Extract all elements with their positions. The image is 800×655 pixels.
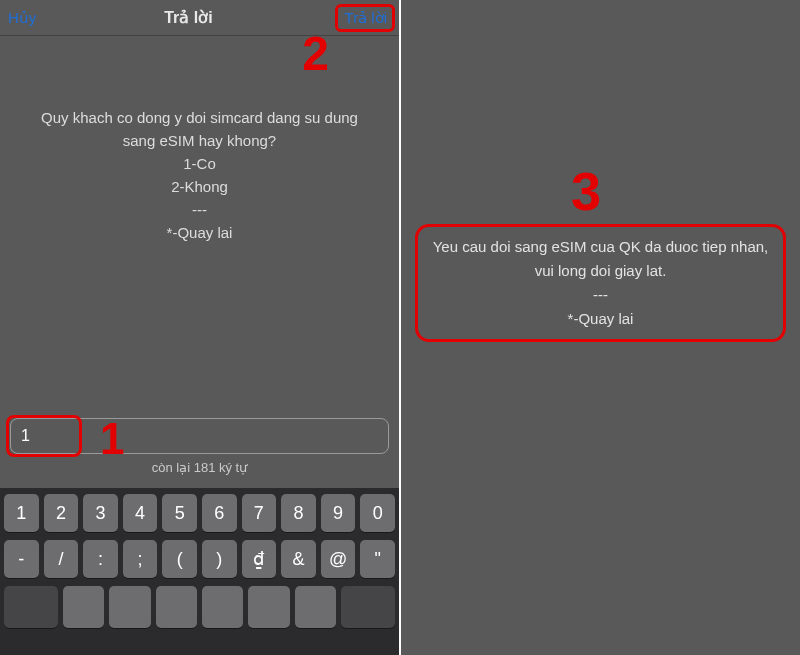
key-punct[interactable] (63, 586, 104, 628)
annotation-number-3: 3 (571, 160, 601, 222)
key-lparen[interactable]: ( (162, 540, 197, 578)
keyboard-row-1: 1 2 3 4 5 6 7 8 9 0 (4, 494, 395, 532)
key-5[interactable]: 5 (162, 494, 197, 532)
msg-line: --- (24, 198, 375, 221)
key-3[interactable]: 3 (83, 494, 118, 532)
key-punct[interactable] (295, 586, 336, 628)
reply-input[interactable] (10, 418, 389, 454)
key-2[interactable]: 2 (44, 494, 79, 532)
key-colon[interactable]: : (83, 540, 118, 578)
ussd-confirmation-message: Yeu cau doi sang eSIM cua QK da duoc tie… (421, 235, 780, 331)
key-slash[interactable]: / (44, 540, 79, 578)
reply-button[interactable]: Trả lời (341, 7, 391, 29)
keyboard-row-3 (4, 586, 395, 628)
msg-line: 1-Co (24, 152, 375, 175)
key-dong[interactable]: ₫ (242, 540, 277, 578)
left-screenshot: Hủy Trả lời Trả lời Quy khach co dong y … (0, 0, 399, 655)
navbar-title: Trả lời (164, 8, 212, 27)
msg-line: sang eSIM hay khong? (24, 129, 375, 152)
keyboard: 1 2 3 4 5 6 7 8 9 0 - / : ; ( ) ₫ & @ (0, 488, 399, 655)
chars-remaining-label: còn lại 181 ký tự (10, 460, 389, 475)
key-0[interactable]: 0 (360, 494, 395, 532)
key-dash[interactable]: - (4, 540, 39, 578)
key-rparen[interactable]: ) (202, 540, 237, 578)
key-6[interactable]: 6 (202, 494, 237, 532)
key-punct[interactable] (156, 586, 197, 628)
reply-input-wrap: còn lại 181 ký tự (10, 418, 389, 475)
key-7[interactable]: 7 (242, 494, 277, 532)
msg-line: --- (421, 283, 780, 307)
key-semicolon[interactable]: ; (123, 540, 158, 578)
msg-line: *-Quay lai (421, 307, 780, 331)
key-quote[interactable]: " (360, 540, 395, 578)
key-punct[interactable] (202, 586, 243, 628)
cancel-button[interactable]: Hủy (8, 9, 36, 27)
keyboard-row-2: - / : ; ( ) ₫ & @ " (4, 540, 395, 578)
ussd-message: Quy khach co dong y doi simcard dang su … (0, 106, 399, 244)
msg-line: Yeu cau doi sang eSIM cua QK da duoc tie… (421, 235, 780, 259)
key-8[interactable]: 8 (281, 494, 316, 532)
msg-line: vui long doi giay lat. (421, 259, 780, 283)
key-punct[interactable] (248, 586, 289, 628)
key-4[interactable]: 4 (123, 494, 158, 532)
key-symbols[interactable] (4, 586, 58, 628)
key-9[interactable]: 9 (321, 494, 356, 532)
msg-line: Quy khach co dong y doi simcard dang su … (24, 106, 375, 129)
key-1[interactable]: 1 (4, 494, 39, 532)
navbar: Hủy Trả lời Trả lời (0, 0, 399, 36)
key-backspace[interactable] (341, 586, 395, 628)
msg-line: 2-Khong (24, 175, 375, 198)
msg-line: *-Quay lai (24, 221, 375, 244)
right-screenshot: Yeu cau doi sang eSIM cua QK da duoc tie… (401, 0, 800, 655)
key-punct[interactable] (109, 586, 150, 628)
key-amp[interactable]: & (281, 540, 316, 578)
key-at[interactable]: @ (321, 540, 356, 578)
